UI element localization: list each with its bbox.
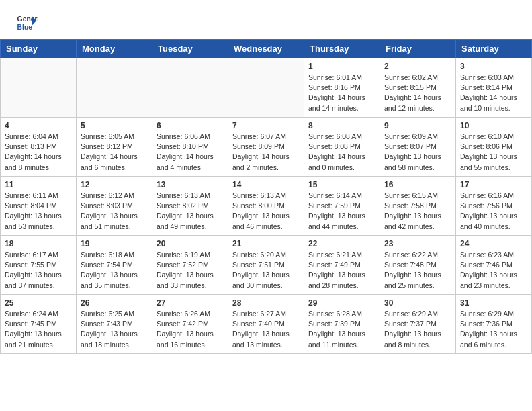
day-info: Sunrise: 6:15 AM Sunset: 7:58 PM Dayligh…	[384, 191, 451, 232]
logo-icon: General Blue	[16, 12, 38, 34]
calendar-cell: 25Sunrise: 6:24 AM Sunset: 7:45 PM Dayli…	[1, 295, 77, 354]
day-info: Sunrise: 6:03 AM Sunset: 8:14 PM Dayligh…	[460, 73, 527, 113]
day-info: Sunrise: 6:19 AM Sunset: 7:52 PM Dayligh…	[157, 250, 224, 291]
calendar-cell: 6Sunrise: 6:06 AM Sunset: 8:10 PM Daylig…	[152, 118, 228, 177]
day-info: Sunrise: 6:07 AM Sunset: 8:09 PM Dayligh…	[232, 132, 300, 173]
day-info: Sunrise: 6:13 AM Sunset: 8:00 PM Dayligh…	[232, 191, 300, 232]
calendar-cell	[77, 58, 152, 118]
day-info: Sunrise: 6:21 AM Sunset: 7:49 PM Dayligh…	[308, 250, 375, 291]
day-number: 16	[384, 180, 451, 189]
day-number: 24	[460, 239, 527, 248]
day-number: 30	[384, 298, 451, 308]
logo: General Blue	[16, 12, 38, 34]
calendar-cell: 13Sunrise: 6:13 AM Sunset: 8:02 PM Dayli…	[152, 177, 228, 236]
calendar-cell: 1Sunrise: 6:01 AM Sunset: 8:16 PM Daylig…	[304, 58, 380, 118]
day-number: 19	[81, 239, 148, 248]
week-row-2: 4Sunrise: 6:04 AM Sunset: 8:13 PM Daylig…	[1, 118, 532, 177]
day-info: Sunrise: 6:17 AM Sunset: 7:55 PM Dayligh…	[5, 250, 72, 291]
day-number: 4	[5, 121, 72, 130]
day-number: 12	[81, 180, 148, 189]
day-info: Sunrise: 6:16 AM Sunset: 7:56 PM Dayligh…	[460, 191, 527, 232]
calendar-cell: 14Sunrise: 6:13 AM Sunset: 8:00 PM Dayli…	[228, 177, 304, 236]
calendar-cell: 22Sunrise: 6:21 AM Sunset: 7:49 PM Dayli…	[304, 236, 380, 295]
day-info: Sunrise: 6:14 AM Sunset: 7:59 PM Dayligh…	[308, 191, 375, 232]
day-info: Sunrise: 6:11 AM Sunset: 8:04 PM Dayligh…	[5, 191, 72, 232]
calendar-cell: 16Sunrise: 6:15 AM Sunset: 7:58 PM Dayli…	[380, 177, 456, 236]
day-info: Sunrise: 6:20 AM Sunset: 7:51 PM Dayligh…	[232, 250, 300, 291]
day-number: 11	[5, 180, 72, 189]
calendar-cell: 18Sunrise: 6:17 AM Sunset: 7:55 PM Dayli…	[1, 236, 77, 295]
day-number: 22	[308, 239, 375, 248]
day-number: 3	[460, 62, 527, 71]
day-info: Sunrise: 6:29 AM Sunset: 7:36 PM Dayligh…	[460, 309, 527, 350]
calendar-table: SundayMondayTuesdayWednesdayThursdayFrid…	[0, 39, 532, 354]
calendar-cell: 5Sunrise: 6:05 AM Sunset: 8:12 PM Daylig…	[77, 118, 152, 177]
day-number: 7	[232, 121, 300, 130]
week-row-5: 25Sunrise: 6:24 AM Sunset: 7:45 PM Dayli…	[1, 295, 532, 354]
day-number: 1	[308, 62, 375, 71]
calendar-cell: 30Sunrise: 6:29 AM Sunset: 7:37 PM Dayli…	[380, 295, 456, 354]
svg-text:Blue: Blue	[17, 24, 33, 31]
calendar-cell: 24Sunrise: 6:23 AM Sunset: 7:46 PM Dayli…	[456, 236, 532, 295]
day-info: Sunrise: 6:06 AM Sunset: 8:10 PM Dayligh…	[157, 132, 224, 173]
calendar-cell: 21Sunrise: 6:20 AM Sunset: 7:51 PM Dayli…	[228, 236, 304, 295]
calendar-cell: 3Sunrise: 6:03 AM Sunset: 8:14 PM Daylig…	[456, 58, 532, 118]
calendar-cell: 29Sunrise: 6:28 AM Sunset: 7:39 PM Dayli…	[304, 295, 380, 354]
weekday-header-sunday: Sunday	[1, 40, 77, 58]
calendar-cell: 12Sunrise: 6:12 AM Sunset: 8:03 PM Dayli…	[77, 177, 152, 236]
calendar-cell: 26Sunrise: 6:25 AM Sunset: 7:43 PM Dayli…	[77, 295, 152, 354]
day-number: 26	[81, 298, 148, 308]
day-info: Sunrise: 6:02 AM Sunset: 8:15 PM Dayligh…	[384, 73, 451, 113]
day-info: Sunrise: 6:18 AM Sunset: 7:54 PM Dayligh…	[81, 250, 148, 291]
weekday-header-saturday: Saturday	[456, 40, 532, 58]
day-number: 17	[460, 180, 527, 189]
week-row-3: 11Sunrise: 6:11 AM Sunset: 8:04 PM Dayli…	[1, 177, 532, 236]
day-number: 29	[308, 298, 375, 308]
day-info: Sunrise: 6:01 AM Sunset: 8:16 PM Dayligh…	[308, 73, 375, 113]
weekday-header-thursday: Thursday	[304, 40, 380, 58]
day-number: 20	[157, 239, 224, 248]
day-info: Sunrise: 6:04 AM Sunset: 8:13 PM Dayligh…	[5, 132, 72, 173]
day-info: Sunrise: 6:10 AM Sunset: 8:06 PM Dayligh…	[460, 132, 527, 173]
day-number: 31	[460, 298, 527, 308]
day-number: 2	[384, 62, 451, 71]
calendar-cell: 2Sunrise: 6:02 AM Sunset: 8:15 PM Daylig…	[380, 58, 456, 118]
calendar-cell: 27Sunrise: 6:26 AM Sunset: 7:42 PM Dayli…	[152, 295, 228, 354]
day-number: 14	[232, 180, 300, 189]
day-info: Sunrise: 6:09 AM Sunset: 8:07 PM Dayligh…	[384, 132, 451, 173]
calendar-cell: 4Sunrise: 6:04 AM Sunset: 8:13 PM Daylig…	[1, 118, 77, 177]
day-number: 13	[157, 180, 224, 189]
week-row-1: 1Sunrise: 6:01 AM Sunset: 8:16 PM Daylig…	[1, 58, 532, 118]
calendar-cell: 31Sunrise: 6:29 AM Sunset: 7:36 PM Dayli…	[456, 295, 532, 354]
day-info: Sunrise: 6:28 AM Sunset: 7:39 PM Dayligh…	[308, 309, 375, 350]
day-number: 9	[384, 121, 451, 130]
page-header: General Blue	[0, 0, 532, 39]
calendar-cell: 23Sunrise: 6:22 AM Sunset: 7:48 PM Dayli…	[380, 236, 456, 295]
day-number: 10	[460, 121, 527, 130]
weekday-header-row: SundayMondayTuesdayWednesdayThursdayFrid…	[1, 40, 532, 58]
calendar-cell	[152, 58, 228, 118]
calendar-cell: 9Sunrise: 6:09 AM Sunset: 8:07 PM Daylig…	[380, 118, 456, 177]
calendar-cell: 7Sunrise: 6:07 AM Sunset: 8:09 PM Daylig…	[228, 118, 304, 177]
day-info: Sunrise: 6:22 AM Sunset: 7:48 PM Dayligh…	[384, 250, 451, 291]
day-number: 8	[308, 121, 375, 130]
calendar-cell	[228, 58, 304, 118]
calendar-cell: 17Sunrise: 6:16 AM Sunset: 7:56 PM Dayli…	[456, 177, 532, 236]
day-number: 6	[157, 121, 224, 130]
day-info: Sunrise: 6:29 AM Sunset: 7:37 PM Dayligh…	[384, 309, 451, 350]
day-info: Sunrise: 6:12 AM Sunset: 8:03 PM Dayligh…	[81, 191, 148, 232]
day-number: 15	[308, 180, 375, 189]
weekday-header-tuesday: Tuesday	[152, 40, 228, 58]
day-number: 25	[5, 298, 72, 308]
day-number: 27	[157, 298, 224, 308]
day-info: Sunrise: 6:23 AM Sunset: 7:46 PM Dayligh…	[460, 250, 527, 291]
day-number: 23	[384, 239, 451, 248]
day-info: Sunrise: 6:25 AM Sunset: 7:43 PM Dayligh…	[81, 309, 148, 350]
calendar-cell	[1, 58, 77, 118]
weekday-header-monday: Monday	[77, 40, 152, 58]
day-number: 21	[232, 239, 300, 248]
day-info: Sunrise: 6:08 AM Sunset: 8:08 PM Dayligh…	[308, 132, 375, 173]
week-row-4: 18Sunrise: 6:17 AM Sunset: 7:55 PM Dayli…	[1, 236, 532, 295]
calendar-cell: 10Sunrise: 6:10 AM Sunset: 8:06 PM Dayli…	[456, 118, 532, 177]
day-info: Sunrise: 6:24 AM Sunset: 7:45 PM Dayligh…	[5, 309, 72, 350]
